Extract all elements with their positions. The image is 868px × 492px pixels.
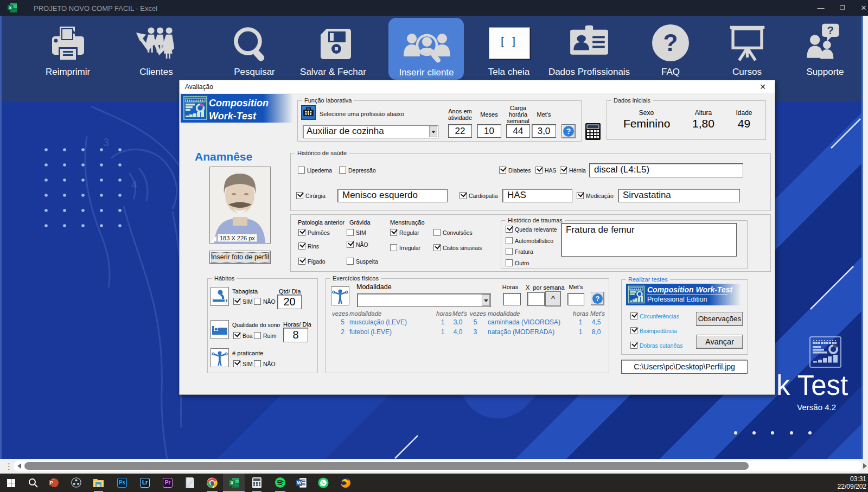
svg-text:?: ? [827,24,834,36]
svg-text:k Test: k Test [776,370,848,401]
svg-text:Versão 4.2: Versão 4.2 [797,402,836,412]
svg-text:?: ? [663,29,678,56]
svg-text:X: X [9,5,12,10]
svg-text:3: 3 [103,136,109,148]
svg-text:W: W [297,480,302,485]
svg-text:4: 4 [131,178,137,190]
svg-text:P: P [50,480,53,485]
svg-text:X: X [230,480,233,485]
